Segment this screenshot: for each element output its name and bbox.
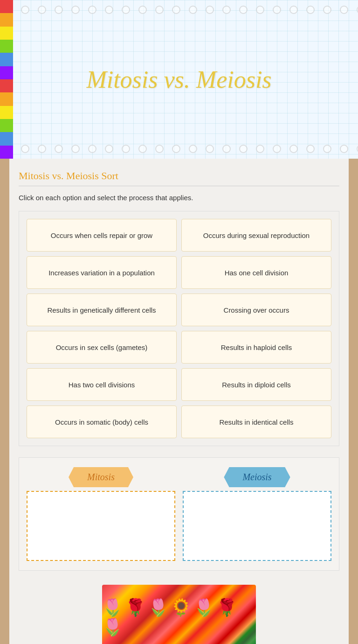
circle-hole <box>189 6 197 14</box>
section-title: Mitosis vs. Meiosis Sort <box>19 170 339 182</box>
circle-hole <box>172 145 180 153</box>
cards-container: Occurs when cells repair or growOccurs d… <box>19 211 339 446</box>
circle-hole <box>138 145 147 153</box>
color-strip <box>0 66 13 79</box>
circle-hole <box>222 145 231 153</box>
inner-page: Mitosis vs. Meiosis Sort Click on each o… <box>9 159 349 644</box>
color-strip <box>0 92 13 105</box>
sort-card[interactable]: Results in diploid cells <box>181 368 331 401</box>
circle-hole <box>71 145 80 153</box>
circle-hole <box>21 6 29 14</box>
sort-card[interactable]: Results in haploid cells <box>181 331 331 364</box>
sort-card[interactable]: Increases variation in a population <box>27 256 177 289</box>
circle-hole <box>239 145 248 153</box>
instruction-text: Click on each option and select the proc… <box>19 194 339 202</box>
circle-hole <box>239 6 248 14</box>
circle-hole <box>273 6 281 14</box>
circle-hole <box>172 6 180 14</box>
section-divider <box>19 186 339 186</box>
color-strip <box>0 13 13 26</box>
circle-hole <box>340 6 348 14</box>
sort-card[interactable]: Has one cell division <box>181 256 331 289</box>
circle-hole <box>256 6 264 14</box>
page-wrapper: Mitosis vs. Meiosis Mitosis vs. Meiosis … <box>0 0 358 644</box>
color-strip <box>0 40 13 53</box>
circle-hole <box>71 6 80 14</box>
sort-card[interactable]: Occurs in somatic (body) cells <box>27 406 177 438</box>
sort-card[interactable]: Has two cell divisions <box>27 368 177 401</box>
color-strip <box>0 132 13 145</box>
circle-hole <box>21 145 29 153</box>
color-strip <box>0 119 13 132</box>
flower-image <box>102 585 256 644</box>
color-strip <box>0 79 13 92</box>
circle-hole <box>222 6 231 14</box>
color-strip <box>0 53 13 66</box>
circle-hole <box>306 145 315 153</box>
circle-hole <box>323 145 331 153</box>
mitosis-label: Mitosis <box>69 467 133 487</box>
left-color-strips <box>0 0 13 159</box>
circle-hole <box>323 6 331 14</box>
circle-hole <box>55 145 63 153</box>
sort-card[interactable]: Occurs during sexual reproduction <box>181 219 331 252</box>
circle-hole <box>206 6 214 14</box>
color-strip <box>0 146 13 159</box>
sort-card[interactable]: Occurs when cells repair or grow <box>27 219 177 252</box>
meiosis-ribbon: Meiosis <box>224 467 290 487</box>
circle-hole <box>189 145 197 153</box>
circle-hole <box>138 6 147 14</box>
mitosis-ribbon: Mitosis <box>69 467 133 487</box>
main-title: Mitosis vs. Meiosis <box>86 66 271 93</box>
circle-hole <box>88 145 96 153</box>
circle-hole <box>105 6 113 14</box>
sort-card[interactable]: Results in genetically different cells <box>27 294 177 326</box>
sort-card[interactable]: Occurs in sex cells (gametes) <box>27 331 177 364</box>
mitosis-drop-zone-wrapper: Mitosis <box>27 467 175 561</box>
mitosis-drop-area[interactable] <box>27 491 175 561</box>
color-strip <box>0 27 13 40</box>
circle-hole <box>155 145 164 153</box>
drop-zones-container: Mitosis Meiosis <box>19 457 339 571</box>
circle-hole <box>55 6 63 14</box>
circle-hole <box>206 145 214 153</box>
circle-hole <box>105 145 113 153</box>
circle-hole <box>273 145 281 153</box>
sort-card[interactable]: Results in identical cells <box>181 406 331 438</box>
circle-hole <box>289 6 298 14</box>
circle-hole <box>256 145 264 153</box>
circle-hole <box>88 6 96 14</box>
meiosis-label: Meiosis <box>224 467 290 487</box>
circle-hole <box>38 6 46 14</box>
circle-hole <box>155 6 164 14</box>
circle-hole <box>306 6 315 14</box>
circle-hole <box>38 145 46 153</box>
color-strip <box>0 106 13 119</box>
color-strip <box>0 0 13 13</box>
sort-card[interactable]: Crossing over occurs <box>181 294 331 326</box>
circle-hole <box>340 145 348 153</box>
circle-hole <box>122 6 130 14</box>
cards-grid: Occurs when cells repair or growOccurs d… <box>27 219 331 438</box>
bottom-circles <box>16 145 358 153</box>
circle-hole <box>122 145 130 153</box>
meiosis-drop-area[interactable] <box>183 491 331 561</box>
header-section: Mitosis vs. Meiosis <box>0 0 358 159</box>
top-circles <box>16 6 358 14</box>
meiosis-drop-zone-wrapper: Meiosis <box>183 467 331 561</box>
flower-section <box>19 585 339 644</box>
circle-hole <box>289 145 298 153</box>
